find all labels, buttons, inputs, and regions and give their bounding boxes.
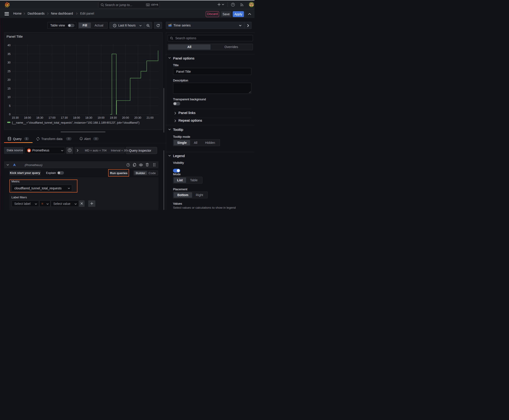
svg-text:20: 20 — [8, 78, 11, 82]
svg-text:20:00: 20:00 — [122, 116, 129, 119]
svg-text:5: 5 — [9, 104, 11, 107]
svg-text:0: 0 — [9, 113, 11, 116]
svg-text:17:30: 17:30 — [61, 116, 68, 119]
svg-text:15: 15 — [8, 87, 11, 90]
svg-text:35: 35 — [8, 52, 11, 56]
svg-text:20:30: 20:30 — [134, 116, 141, 119]
svg-text:16:00: 16:00 — [24, 116, 31, 119]
svg-text:19:30: 19:30 — [110, 116, 117, 119]
svg-text:18:00: 18:00 — [73, 116, 80, 119]
svg-text:30: 30 — [8, 61, 11, 64]
svg-text:10: 10 — [8, 96, 11, 99]
svg-text:17:00: 17:00 — [48, 116, 55, 119]
svg-text:18:30: 18:30 — [85, 116, 92, 119]
svg-text:25: 25 — [8, 70, 11, 73]
svg-text:16:30: 16:30 — [36, 116, 43, 119]
svg-text:19:00: 19:00 — [98, 116, 105, 119]
svg-text:40: 40 — [8, 44, 11, 47]
svg-text:21:00: 21:00 — [146, 116, 153, 119]
svg-text:15:30: 15:30 — [12, 116, 19, 119]
svg-text:{__name__="cloudflared_tunnel_: {__name__="cloudflared_tunnel_total_requ… — [12, 121, 140, 124]
